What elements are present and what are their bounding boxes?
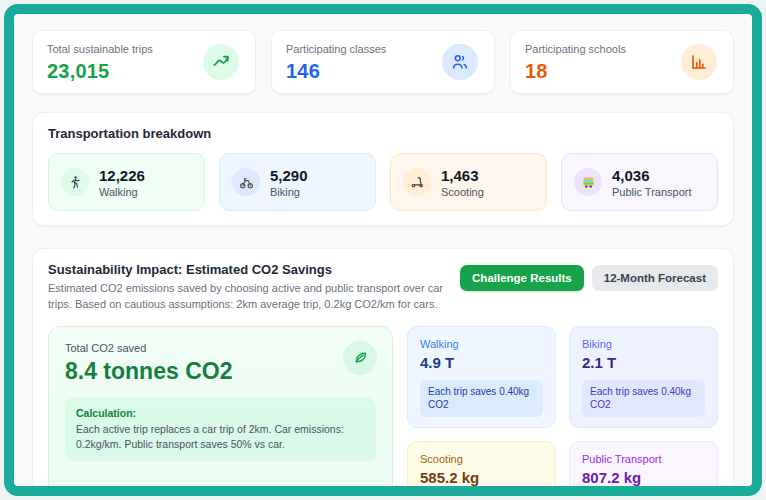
total-co2-value: 8.4 tonnes CO2 <box>65 358 376 385</box>
mode-label-walking: Walking <box>99 186 145 198</box>
sustainability-impact-section: Sustainability Impact: Estimated CO2 Sav… <box>32 248 734 496</box>
total-co2-label: Total CO2 saved <box>65 342 376 354</box>
impact-buttons: Challenge Results 12-Month Forecast <box>460 262 718 291</box>
co2-card-scooting: Scooting 585.2 kg Each trip saves 0.40kg… <box>407 441 556 496</box>
scooting-icon <box>403 168 431 196</box>
stats-row: Total sustainable trips 23,015 Participa… <box>32 30 734 94</box>
dashboard-content: Total sustainable trips 23,015 Participa… <box>14 14 752 496</box>
co2-note-biking: Each trip saves 0.40kg CO2 <box>582 380 705 417</box>
stat-card-classes: Participating classes 146 <box>271 30 495 94</box>
mode-value-biking: 5,290 <box>270 167 308 184</box>
mode-label-biking: Biking <box>270 186 308 198</box>
mode-card-walking: 12,226 Walking <box>48 153 205 211</box>
mode-text: 5,290 Biking <box>270 167 308 198</box>
impact-title: Sustainability Impact: Estimated CO2 Sav… <box>48 262 460 277</box>
co2-note-scooting: Each trip saves 0.40kg CO2 <box>420 495 543 496</box>
co2-label-public-transport: Public Transport <box>582 453 705 465</box>
impact-header: Sustainability Impact: Estimated CO2 Sav… <box>48 262 718 313</box>
mode-label-scooting: Scooting <box>441 186 484 198</box>
impact-body: Total CO2 saved 8.4 tonnes CO2 Calculati… <box>48 326 718 496</box>
co2-value-public-transport: 807.2 kg <box>582 469 705 486</box>
mode-card-public-transport: 4,036 Public Transport <box>561 153 718 211</box>
mode-card-scooting: 1,463 Scooting <box>390 153 547 211</box>
mode-value-scooting: 1,463 <box>441 167 484 184</box>
transportation-breakdown-title: Transportation breakdown <box>48 126 718 141</box>
mode-card-biking: 5,290 Biking <box>219 153 376 211</box>
leaf-icon <box>343 341 377 375</box>
total-co2-card: Total CO2 saved 8.4 tonnes CO2 Calculati… <box>48 326 393 496</box>
calculation-body: Each active trip replaces a car trip of … <box>76 422 365 452</box>
co2-breakdown-grid: Walking 4.9 T Each trip saves 0.40kg CO2… <box>407 326 718 496</box>
mode-text: 4,036 Public Transport <box>612 167 691 198</box>
co2-value-biking: 2.1 T <box>582 354 705 371</box>
mode-text: 1,463 Scooting <box>441 167 484 198</box>
bar-chart-icon <box>681 44 717 80</box>
co2-card-biking: Biking 2.1 T Each trip saves 0.40kg CO2 <box>569 326 718 428</box>
dashboard-frame: Total sustainable trips 23,015 Participa… <box>4 4 762 496</box>
mode-value-public-transport: 4,036 <box>612 167 691 184</box>
co2-label-walking: Walking <box>420 338 543 350</box>
mode-value-walking: 12,226 <box>99 167 145 184</box>
biking-icon <box>232 168 260 196</box>
impact-subtitle: Estimated CO2 emissions saved by choosin… <box>48 281 460 313</box>
transportation-breakdown-section: Transportation breakdown 12,226 <box>32 112 734 226</box>
co2-card-public-transport: Public Transport 807.2 kg Each trip save… <box>569 441 718 496</box>
walking-icon <box>61 168 89 196</box>
co2-note-walking: Each trip saves 0.40kg CO2 <box>420 380 543 417</box>
co2-card-walking: Walking 4.9 T Each trip saves 0.40kg CO2 <box>407 326 556 428</box>
impact-header-text: Sustainability Impact: Estimated CO2 Sav… <box>48 262 460 313</box>
stat-card-total-trips: Total sustainable trips 23,015 <box>32 30 256 94</box>
mode-text: 12,226 Walking <box>99 167 145 198</box>
calculation-title: Calculation: <box>76 407 365 419</box>
forecast-button[interactable]: 12-Month Forecast <box>592 265 718 291</box>
co2-value-scooting: 585.2 kg <box>420 469 543 486</box>
bus-icon <box>574 168 602 196</box>
co2-value-walking: 4.9 T <box>420 354 543 371</box>
mode-label-public-transport: Public Transport <box>612 186 691 198</box>
co2-label-biking: Biking <box>582 338 705 350</box>
co2-note-public-transport: Each trip saves 0.20kg CO2 (50% vs car) <box>582 495 705 496</box>
challenge-results-button[interactable]: Challenge Results <box>460 265 584 291</box>
trending-up-icon <box>203 44 239 80</box>
modes-row: 12,226 Walking 5,290 <box>48 153 718 211</box>
calculation-box: Calculation: Each active trip replaces a… <box>65 398 376 461</box>
co2-label-scooting: Scooting <box>420 453 543 465</box>
stat-card-schools: Participating schools 18 <box>510 30 734 94</box>
users-icon <box>442 44 478 80</box>
